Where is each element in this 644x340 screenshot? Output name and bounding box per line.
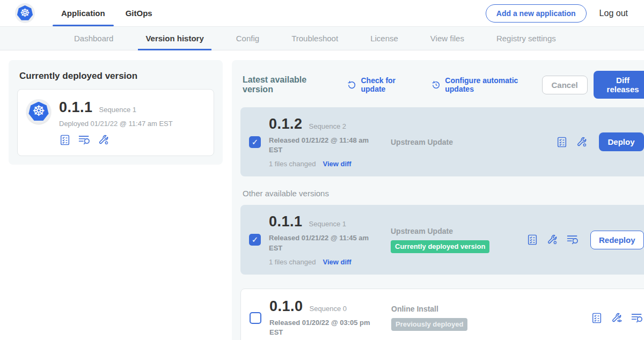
cancel-button[interactable]: Cancel	[542, 76, 588, 94]
version-row-0-1-2: ✓ 0.1.2 Sequence 2 Released 01/21/22 @ 1…	[240, 107, 644, 176]
subnav-item-version-history[interactable]: Version history	[145, 27, 203, 50]
released-timestamp: Released 01/21/22 @ 11:45 am EST	[269, 233, 371, 253]
subnav-item-view-files[interactable]: View files	[430, 27, 464, 50]
view-diff-link[interactable]: View diff	[323, 258, 351, 266]
version-number: 0.1.2	[269, 116, 303, 132]
deploy-logs-icon[interactable]	[566, 234, 579, 246]
edit-config-icon[interactable]	[576, 136, 588, 148]
files-changed-label: 1 files changed	[269, 160, 316, 168]
version-history-page: Currently deployed version ☸ 0.1.1 Seque…	[0, 50, 644, 340]
subnav-item-license[interactable]: License	[370, 27, 398, 50]
deployed-sequence-label: Sequence 1	[99, 106, 136, 114]
deploy-button[interactable]: Deploy	[599, 132, 644, 151]
edit-config-icon[interactable]	[98, 134, 109, 146]
preflight-checks-icon[interactable]	[526, 234, 538, 246]
currently-deployed-title: Currently deployed version	[19, 71, 214, 82]
deploy-logs-icon[interactable]	[631, 312, 643, 324]
app-icon: ☸	[26, 99, 51, 124]
redeploy-button[interactable]: Redeploy	[590, 231, 644, 249]
refresh-icon	[347, 80, 357, 90]
version-source-label: Upstream Update	[391, 138, 518, 146]
preflight-checks-icon[interactable]	[556, 136, 568, 148]
deploy-logs-icon[interactable]	[78, 134, 91, 146]
schedule-update-icon	[431, 80, 441, 90]
view-diff-link[interactable]: View diff	[323, 160, 351, 168]
version-source-label: Upstream Update	[391, 227, 518, 235]
version-checkbox[interactable]: ✓	[249, 136, 261, 148]
kubernetes-wheel-icon: ☸	[17, 5, 33, 21]
released-timestamp: Released 01/21/22 @ 11:48 am EST	[269, 136, 371, 155]
subnav-item-registry-settings[interactable]: Registry settings	[496, 27, 556, 50]
check-for-update-label: Check for update	[361, 76, 418, 93]
version-number: 0.1.1	[269, 213, 303, 230]
edit-config-icon[interactable]	[546, 234, 558, 246]
currently-deployed-badge: Currently deployed version	[391, 240, 489, 253]
version-row-0-1-0: 0.1.0 Sequence 0 Released 01/20/22 @ 03:…	[240, 289, 644, 340]
other-versions-title: Other available versions	[243, 189, 644, 198]
latest-version-header: Latest available version Check for updat…	[240, 71, 644, 99]
files-changed-label: 1 files changed	[269, 258, 316, 266]
sequence-label: Sequence 1	[309, 220, 346, 228]
subnav-item-troubleshoot[interactable]: Troubleshoot	[291, 27, 338, 50]
add-new-application-button[interactable]: Add a new application	[486, 4, 587, 23]
kubernetes-wheel-icon: ☸	[28, 102, 49, 122]
preflight-checks-icon[interactable]	[591, 312, 603, 324]
tab-gitops[interactable]: GitOps	[115, 0, 163, 26]
deployed-timestamp: Deployed 01/21/22 @ 11:47 am EST	[59, 120, 173, 128]
preflight-checks-icon[interactable]	[59, 134, 71, 146]
released-timestamp: Released 01/20/22 @ 03:05 pm EST	[269, 318, 371, 337]
subnav-item-config[interactable]: Config	[236, 27, 259, 50]
version-checkbox[interactable]: ✓	[249, 234, 261, 246]
version-checkbox[interactable]	[250, 312, 261, 324]
version-row-0-1-1: ✓ 0.1.1 Sequence 1 Released 01/21/22 @ 1…	[240, 205, 644, 274]
deployed-version-number: 0.1.1	[59, 99, 93, 116]
deployed-version-card: ☸ 0.1.1 Sequence 1 Deployed 01/21/22 @ 1…	[17, 89, 214, 156]
top-tabs: Application GitOps	[51, 0, 163, 26]
logout-link[interactable]: Log out	[599, 9, 628, 18]
kubernetes-logo: ☸	[15, 3, 35, 23]
sequence-label: Sequence 0	[310, 305, 347, 313]
view-config-icon[interactable]	[611, 312, 623, 324]
configure-automatic-updates-label: Configure automatic updates	[445, 76, 541, 93]
previously-deployed-badge: Previously deployed	[391, 318, 467, 331]
available-versions-panel: Latest available version Check for updat…	[232, 60, 644, 340]
configure-automatic-updates-link[interactable]: Configure automatic updates	[431, 76, 541, 93]
diff-releases-button[interactable]: Diff releases	[594, 71, 644, 99]
currently-deployed-panel: Currently deployed version ☸ 0.1.1 Seque…	[9, 60, 223, 165]
sequence-label: Sequence 2	[309, 122, 346, 130]
tab-application[interactable]: Application	[51, 0, 115, 26]
version-number: 0.1.0	[269, 298, 303, 315]
check-for-update-link[interactable]: Check for update	[347, 76, 418, 93]
subnav-item-dashboard[interactable]: Dashboard	[74, 27, 113, 50]
version-source-label: Online Install	[391, 305, 519, 313]
top-nav-bar: ☸ Application GitOps Add a new applicati…	[0, 0, 644, 27]
app-sub-nav: Dashboard Version history Config Trouble…	[0, 27, 644, 50]
latest-available-title: Latest available version	[243, 75, 333, 94]
